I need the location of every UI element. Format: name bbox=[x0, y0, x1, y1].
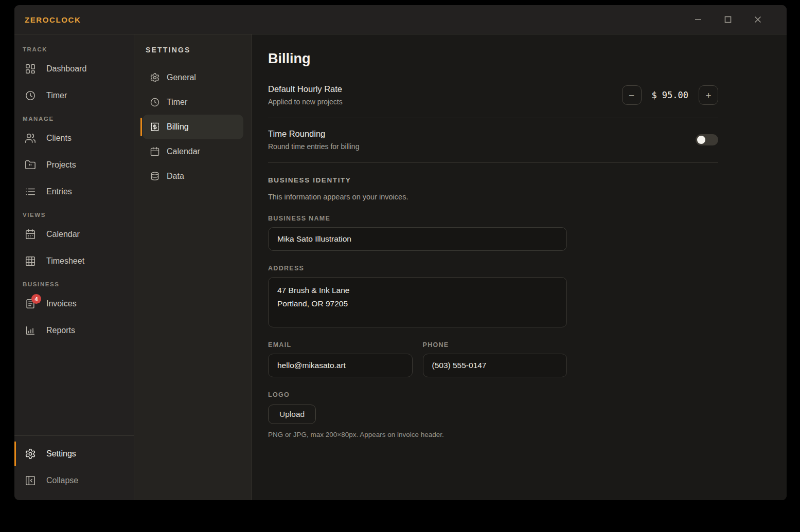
logo-hint: PNG or JPG, max 200×80px. Appears on inv… bbox=[268, 431, 718, 438]
list-icon bbox=[25, 186, 36, 197]
sidebar-item-label: Timer bbox=[46, 91, 67, 100]
sidebar-item-label: Clients bbox=[46, 134, 72, 143]
business-name-input[interactable] bbox=[268, 227, 567, 251]
gear-icon bbox=[150, 72, 160, 83]
titlebar: ZEROCLOCK bbox=[14, 5, 787, 34]
bar-chart-icon bbox=[25, 325, 36, 336]
currency-symbol: $ bbox=[652, 90, 657, 100]
address-input[interactable]: 47 Brush & Ink Lane Portland, OR 97205 bbox=[268, 277, 567, 327]
sidebar-item-collapse[interactable]: Collapse bbox=[14, 467, 134, 494]
business-identity-description: This information appears on your invoice… bbox=[268, 193, 718, 201]
settings-tab-general[interactable]: General bbox=[143, 65, 243, 90]
main-sidebar: TRACK Dashboard Timer MANAGE Clients bbox=[14, 34, 134, 500]
folder-icon bbox=[25, 159, 36, 171]
sidebar-item-entries[interactable]: Entries bbox=[14, 178, 134, 205]
sidebar-item-label: Projects bbox=[46, 160, 76, 170]
email-label: EMAIL bbox=[268, 341, 413, 348]
settings-tab-label: General bbox=[167, 73, 196, 82]
calendar-icon bbox=[150, 146, 160, 157]
sidebar-section-views: VIEWS bbox=[14, 205, 134, 221]
clock-icon bbox=[150, 97, 160, 107]
hourly-rate-label: Default Hourly Rate bbox=[268, 84, 343, 94]
sidebar-section-track: TRACK bbox=[14, 40, 134, 56]
clock-icon bbox=[25, 90, 36, 101]
receipt-icon bbox=[150, 122, 160, 132]
database-icon bbox=[150, 171, 160, 181]
sidebar-section-manage: MANAGE bbox=[14, 109, 134, 125]
toggle-knob bbox=[697, 136, 705, 144]
hourly-rate-description: Applied to new projects bbox=[268, 98, 343, 106]
sidebar-item-clients[interactable]: Clients bbox=[14, 125, 134, 152]
window-controls bbox=[690, 11, 787, 28]
sidebar-item-calendar[interactable]: Calendar bbox=[14, 221, 134, 248]
time-rounding-description: Round time entries for billing bbox=[268, 142, 359, 151]
settings-tab-data[interactable]: Data bbox=[143, 164, 243, 189]
phone-input[interactable] bbox=[423, 354, 567, 377]
main-content: Billing Default Hourly Rate Applied to n… bbox=[252, 34, 787, 500]
hourly-rate-row: Default Hourly Rate Applied to new proje… bbox=[268, 78, 718, 118]
sidebar-item-label: Calendar bbox=[46, 230, 80, 239]
close-icon[interactable] bbox=[750, 11, 766, 28]
invoice-icon: 4 bbox=[25, 298, 36, 309]
settings-tab-billing[interactable]: Billing bbox=[143, 115, 243, 139]
rate-decrement-button[interactable]: − bbox=[622, 85, 642, 105]
sidebar-item-label: Timesheet bbox=[46, 256, 84, 266]
sidebar-item-label: Settings bbox=[46, 449, 76, 458]
table-icon bbox=[25, 255, 36, 267]
business-identity-heading: BUSINESS IDENTITY bbox=[268, 176, 718, 184]
settings-tab-calendar[interactable]: Calendar bbox=[143, 139, 243, 164]
app-logo: ZEROCLOCK bbox=[25, 15, 81, 24]
sidebar-item-timer[interactable]: Timer bbox=[14, 82, 134, 109]
sidebar-footer: Settings Collapse bbox=[14, 435, 134, 500]
sidebar-item-dashboard[interactable]: Dashboard bbox=[14, 56, 134, 82]
settings-tab-label: Data bbox=[167, 172, 184, 181]
settings-header: SETTINGS bbox=[146, 46, 243, 54]
hourly-rate-value: $95.00 bbox=[649, 90, 691, 100]
time-rounding-toggle[interactable] bbox=[696, 134, 718, 145]
settings-tab-label: Calendar bbox=[167, 147, 200, 156]
users-icon bbox=[25, 133, 36, 144]
page-title: Billing bbox=[268, 51, 718, 67]
sidebar-item-label: Dashboard bbox=[46, 64, 86, 74]
time-rounding-row: Time Rounding Round time entries for bil… bbox=[268, 118, 718, 163]
invoices-count-badge: 4 bbox=[31, 294, 41, 304]
sidebar-item-projects[interactable]: Projects bbox=[14, 152, 134, 178]
sidebar-item-label: Entries bbox=[46, 187, 72, 196]
sidebar-item-reports[interactable]: Reports bbox=[14, 317, 134, 344]
email-input[interactable] bbox=[268, 354, 413, 377]
sidebar-item-label: Collapse bbox=[46, 476, 78, 485]
rate-amount: 95.00 bbox=[662, 90, 688, 100]
settings-tab-label: Billing bbox=[167, 122, 189, 132]
address-label: ADDRESS bbox=[268, 265, 718, 272]
settings-sidebar: SETTINGS General Timer Billing bbox=[134, 34, 252, 500]
business-name-label: BUSINESS NAME bbox=[268, 215, 718, 222]
gear-icon bbox=[25, 448, 36, 460]
settings-tab-label: Timer bbox=[167, 98, 187, 107]
rate-increment-button[interactable]: + bbox=[699, 85, 718, 105]
dashboard-icon bbox=[25, 63, 36, 75]
phone-label: PHONE bbox=[423, 341, 567, 348]
logo-upload-button[interactable]: Upload bbox=[268, 405, 316, 424]
sidebar-item-invoices[interactable]: 4 Invoices bbox=[14, 290, 134, 317]
panel-collapse-icon bbox=[25, 475, 36, 486]
hourly-rate-stepper: − $95.00 + bbox=[622, 85, 718, 105]
sidebar-item-settings[interactable]: Settings bbox=[14, 441, 134, 467]
logo-label: LOGO bbox=[268, 391, 718, 398]
time-rounding-label: Time Rounding bbox=[268, 129, 359, 139]
settings-tab-timer[interactable]: Timer bbox=[143, 90, 243, 115]
sidebar-section-business: BUSINESS bbox=[14, 274, 134, 290]
sidebar-item-label: Invoices bbox=[46, 299, 77, 308]
maximize-icon[interactable] bbox=[720, 11, 736, 28]
calendar-icon bbox=[25, 229, 36, 240]
sidebar-item-timesheet[interactable]: Timesheet bbox=[14, 248, 134, 274]
sidebar-item-label: Reports bbox=[46, 326, 75, 335]
minimize-icon[interactable] bbox=[690, 11, 706, 28]
app-window: ZEROCLOCK TRACK Dashboard bbox=[14, 5, 787, 500]
